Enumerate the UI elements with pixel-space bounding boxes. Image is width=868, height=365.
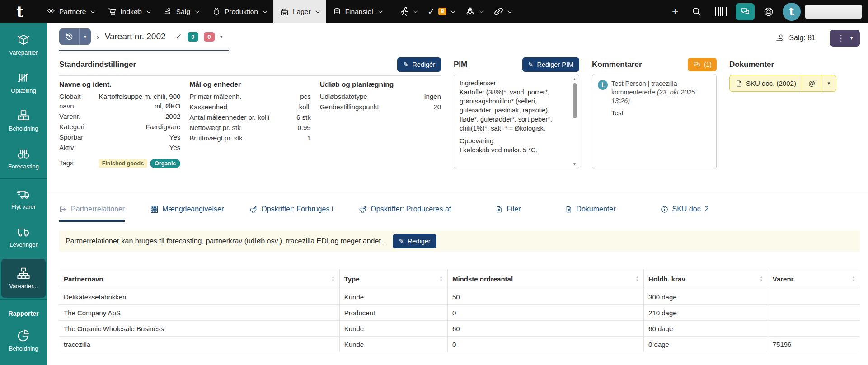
nav-item-finansiel[interactable]: Finansiel <box>326 0 389 23</box>
group-title: Mål og enheder <box>189 80 310 89</box>
comments-count-button[interactable]: (1) <box>688 58 717 71</box>
nav-tasks-menu[interactable]: ✓ 9 <box>422 0 460 23</box>
pim-content-box[interactable]: Ingredienser Kartofler (38%)*, vand, por… <box>454 74 579 169</box>
sort-icon[interactable]: ▲▼ <box>331 276 334 282</box>
tab-filer[interactable]: Filer <box>496 205 521 222</box>
tab-dokumenter[interactable]: Dokumenter <box>565 205 615 222</box>
edit-settings-button[interactable]: ✎ Redigér <box>397 57 441 72</box>
sidebar-item-optaelling[interactable]: Optælling <box>0 64 47 102</box>
tab-label: SKU doc. 2 <box>672 205 709 213</box>
search-button[interactable] <box>687 7 706 16</box>
info-circle-icon <box>661 206 668 213</box>
sort-icon[interactable]: ▲▼ <box>760 276 763 282</box>
sku-doc-main-button[interactable]: SKU doc. (2002) <box>730 75 802 91</box>
scrollbar-thumb[interactable] <box>573 83 577 118</box>
mention-button[interactable]: @ <box>802 75 821 91</box>
edit-pim-button[interactable]: ✎ Rediger PIM <box>522 57 579 72</box>
table-row[interactable]: Delikatessefabrikken Kunde 50 300 dage <box>59 289 860 305</box>
sidebar-item-forecasting[interactable]: Forecasting <box>0 140 47 178</box>
field-value: Ingen <box>372 92 441 102</box>
tab-sku-doc-2[interactable]: SKU doc. 2 <box>661 205 709 222</box>
tab-opskrifter-produceres-af[interactable]: Opskrifter: Produceres af <box>359 205 451 222</box>
column-header-mindste-ordreantal[interactable]: Mindste ordreantal▲▼ <box>447 269 643 289</box>
chat-bubbles-icon <box>740 7 750 16</box>
table-row[interactable]: The Organic Wholesale Business Kunde 60 … <box>59 321 860 337</box>
table-row[interactable]: The Company ApS Producent 0 210 dage <box>59 305 860 321</box>
sidebar-item-varepartier[interactable]: Varepartier <box>0 26 47 64</box>
sidebar-item-varearter[interactable]: Varearter... <box>1 259 46 298</box>
sort-icon[interactable]: ▲▼ <box>636 276 639 282</box>
field-label: Globalt navn <box>59 92 92 111</box>
field-value: Færdigvare <box>89 122 180 132</box>
chevron-down-icon <box>378 9 382 13</box>
table-row[interactable]: tracezilla Kunde 0 0 dage 75196 <box>59 337 860 352</box>
column-header-holdb-krav[interactable]: Holdb. krav▲▼ <box>644 269 768 289</box>
comments-count: (1) <box>704 61 712 68</box>
column-header-type[interactable]: Type▲▼ <box>339 269 447 289</box>
tab-opskrifter-forbruges-i[interactable]: Opskrifter: Forbruges i <box>249 205 333 222</box>
field-label: Kategori <box>59 122 84 132</box>
sidebar-item-flyt-varer[interactable]: Flyt varer <box>0 180 47 218</box>
add-new-button[interactable]: + <box>667 5 683 18</box>
tab-partnerrelationer[interactable]: Partnerrelationer <box>59 205 125 222</box>
truck-icon <box>17 225 30 238</box>
doc-dropdown-caret[interactable]: ▾ <box>821 75 836 91</box>
sort-icon[interactable]: ▲▼ <box>439 276 442 282</box>
tag-organic[interactable]: Organic <box>150 159 180 168</box>
barcode-scan-button[interactable] <box>710 7 731 16</box>
nav-link-menu[interactable] <box>488 0 517 23</box>
user-name-pill[interactable] <box>805 5 862 19</box>
barcode-icon <box>715 7 727 16</box>
nav-item-produktion[interactable]: Produktion <box>206 0 273 23</box>
scrollbar[interactable]: ▲ ▼ <box>572 77 577 166</box>
info-banner: Partnerrelationer kan bruges til forecas… <box>59 231 860 252</box>
help-ring-button[interactable] <box>759 7 778 17</box>
field-value: 6 stk <box>274 113 311 122</box>
nav-label: Partnere <box>59 8 86 16</box>
tab-label: Mængdeangivelser <box>162 205 224 213</box>
edit-partner-relations-button[interactable]: ✎ Redigér <box>393 234 436 248</box>
cell-partnernavn: The Organic Wholesale Business <box>59 321 339 337</box>
column-header-partnernavn[interactable]: Partnernavn▲▼ <box>59 269 339 289</box>
cell-holdb-krav: 300 dage <box>644 289 768 305</box>
nav-item-lager[interactable]: Lager <box>273 0 326 23</box>
sales-counter[interactable]: Salg: 81 <box>775 34 816 42</box>
info-banner-text: Partnerrelationer kan bruges til forecas… <box>66 237 387 245</box>
tracezilla-logo[interactable]: t <box>0 0 40 23</box>
nav-scenarios-menu[interactable] <box>394 0 422 23</box>
field-value: 0.95 <box>245 123 311 133</box>
sort-icon[interactable]: ▲▼ <box>852 276 855 282</box>
badges-dropdown-caret[interactable]: ▾ <box>220 33 223 40</box>
nav-rocket-menu[interactable] <box>460 0 488 23</box>
scroll-up-arrow[interactable]: ▲ <box>572 77 577 81</box>
user-avatar[interactable]: t <box>783 3 801 21</box>
tasks-count-badge: 9 <box>438 8 447 15</box>
history-dropdown-caret[interactable]: ▾ <box>79 28 91 45</box>
nav-item-indkob[interactable]: Indkøb <box>101 0 157 23</box>
sku-doc-split-button[interactable]: SKU doc. (2002) @ ▾ <box>729 75 836 92</box>
sidebar-item-beholdning-rapport[interactable]: Beholdning <box>0 322 47 360</box>
stacked-boxes-icon <box>17 109 30 122</box>
tag-finished-goods[interactable]: Finished goods <box>99 159 147 168</box>
chat-button[interactable] <box>736 3 755 20</box>
nav-item-partnere[interactable]: Partnere <box>40 0 101 23</box>
more-actions-button[interactable]: ⋮ ▾ <box>830 30 860 47</box>
sidebar-section-rapporter[interactable]: Rapporter <box>0 301 47 322</box>
sidebar-item-beholdning[interactable]: Beholdning <box>0 102 47 140</box>
count-badge-teal[interactable]: 0 <box>188 32 198 42</box>
cell-type: Kunde <box>339 337 447 352</box>
nav-item-salg[interactable]: Salg <box>157 0 206 23</box>
tab-maengdeangivelser[interactable]: Mængdeangivelser <box>150 205 224 222</box>
field-label: Bruttovægt pr. stk <box>189 134 243 143</box>
sidebar-label: Flyt varer <box>11 203 36 210</box>
history-icon <box>59 28 79 45</box>
chevron-down-icon <box>91 9 95 13</box>
count-badge-red[interactable]: 0 <box>204 32 215 42</box>
column-header-varenr[interactable]: Varenr.▲▼ <box>768 269 860 289</box>
divider <box>59 75 441 76</box>
sidebar-item-leveringer[interactable]: Leveringer <box>0 218 47 256</box>
scroll-down-arrow[interactable]: ▼ <box>572 162 577 166</box>
sidebar-divider <box>0 299 47 300</box>
history-split-button[interactable]: ▾ <box>59 28 91 45</box>
shopping-cart-icon <box>108 8 116 15</box>
